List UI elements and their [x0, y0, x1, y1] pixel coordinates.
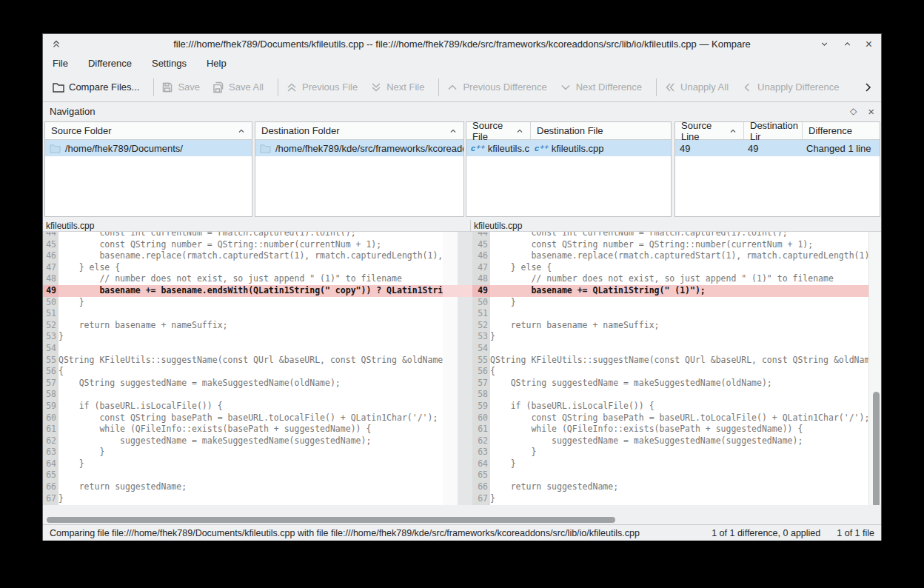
sort-ascending-icon: [449, 127, 458, 136]
destination-code-pane[interactable]: const int currentNum = rmatch.captured(1…: [490, 232, 868, 505]
code-line: // number does not exist, so just append…: [58, 273, 443, 285]
destination-folder-header[interactable]: Destination Folder: [255, 122, 463, 140]
source-line-value: 49: [675, 140, 743, 156]
code-line: [58, 308, 443, 320]
menu-help[interactable]: Help: [207, 58, 227, 69]
chevron-left-icon: [741, 81, 753, 93]
code-line: const QString basePath = baseURL.toLocal…: [490, 412, 868, 424]
code-line: }: [490, 458, 868, 470]
diff-view-filler: [43, 505, 881, 515]
source-folder-row[interactable]: /home/fhek789/Documents/: [45, 140, 252, 156]
line-number: 48: [43, 273, 58, 285]
close-icon[interactable]: ×: [866, 39, 872, 49]
difference-value: Changed 1 line: [802, 140, 880, 156]
dock-float-icon[interactable]: ◇: [850, 106, 857, 116]
code-line: QString KFileUtils::suggestName(const QU…: [58, 355, 443, 367]
code-line: if (baseURL.isLocalFile()) {: [58, 401, 443, 412]
toolbar-button-label: Next Difference: [576, 81, 642, 93]
code-line: if (baseURL.isLocalFile()) {: [490, 401, 868, 412]
titlebar: file:///home/fhek789/Documents/kfileutil…: [43, 34, 881, 53]
code-line: return suggestedName;: [58, 481, 443, 493]
difference-column-header[interactable]: Difference: [803, 122, 880, 139]
toolbar-button-label: Save: [178, 81, 200, 93]
line-number: 65: [43, 470, 58, 481]
code-line: }: [490, 493, 868, 505]
line-number: 47: [472, 262, 490, 274]
double-chevron-left-icon: [664, 81, 676, 93]
line-number: 67: [43, 493, 58, 505]
line-number: 65: [472, 470, 490, 481]
double-chevron-up-icon: [286, 81, 298, 93]
folder-icon: [53, 82, 64, 93]
lines-row[interactable]: 49 49 Changed 1 line: [675, 140, 880, 156]
toolbar-button-label: Previous File: [302, 81, 358, 93]
line-number: 59: [43, 401, 58, 412]
horizontal-scrollbar-thumb[interactable]: [47, 517, 615, 523]
diff-view: 4445464748495051525354555657585960616263…: [43, 232, 881, 505]
code-line: QString suggestedName = makeSuggestedNam…: [490, 378, 868, 390]
line-number: 48: [472, 273, 490, 285]
code-line: }: [58, 458, 443, 470]
diff-connector-strip: [458, 232, 472, 505]
line-number: 59: [472, 401, 490, 412]
destination-folder-row[interactable]: /home/fhek789/kde/src/frameworks/kcoread…: [255, 140, 463, 156]
source-file-column-header[interactable]: Source File: [466, 122, 530, 139]
line-number: 49: [472, 285, 490, 297]
source-code-pane[interactable]: const int currentNum = rmatch.captured(1…: [58, 232, 443, 505]
navigation-dock-title: Navigation: [50, 106, 95, 117]
cpp-file-icon: c⁺⁺: [535, 144, 548, 153]
toolbar-button-next-file: Next File: [370, 81, 424, 93]
menu-file[interactable]: File: [53, 58, 68, 69]
toolbar-button-previous-file: Previous File: [286, 81, 358, 93]
save-icon: [161, 81, 173, 93]
toolbar-separator: [153, 78, 154, 96]
destination-file-column-header[interactable]: Destination File: [531, 122, 671, 139]
kompare-window: file:///home/fhek789/Documents/kfileutil…: [42, 33, 882, 541]
line-number: 66: [43, 481, 58, 493]
source-folder-path: /home/fhek789/Documents/: [65, 143, 183, 154]
destination-line-header-label: Destination Lir: [750, 121, 798, 142]
minimize-icon[interactable]: [820, 39, 829, 49]
vertical-scrollbar-thumb[interactable]: [873, 392, 880, 505]
save-all-icon: [212, 81, 224, 93]
changed-code-line[interactable]: basename += QLatin1String(" (1)");: [490, 285, 868, 297]
toolbar-separator: [656, 78, 657, 96]
source-line-column-header[interactable]: Source Line: [675, 122, 743, 139]
line-number: 46: [472, 250, 490, 262]
dock-close-icon[interactable]: ×: [868, 105, 874, 118]
difference-header-label: Difference: [808, 125, 852, 136]
menu-settings[interactable]: Settings: [152, 58, 187, 69]
line-number: 57: [472, 378, 490, 390]
menu-difference[interactable]: Difference: [88, 58, 132, 69]
horizontal-scrollbar[interactable]: [43, 515, 881, 524]
window-title: file:///home/fhek789/Documents/kfileutil…: [43, 39, 881, 50]
statusbar: Comparing file file:///home/fhek789/Docu…: [43, 524, 881, 541]
line-number: 53: [472, 331, 490, 343]
vertical-scrollbar[interactable]: [868, 232, 881, 505]
code-line: while (QFileInfo::exists(basePath + sugg…: [58, 424, 443, 435]
toolbar-button-compare-files[interactable]: Compare Files...: [53, 81, 139, 93]
line-number: 51: [43, 308, 58, 320]
code-line: return basename + nameSuffix;: [490, 320, 868, 332]
code-line: } else {: [490, 262, 868, 274]
code-line: {: [490, 366, 868, 378]
toolbar-overflow-chevron-right-icon[interactable]: [862, 81, 874, 93]
files-row[interactable]: c⁺⁺ kfileutils.c... c⁺⁺ kfileutils.cpp: [466, 140, 671, 156]
changed-code-line[interactable]: basename += basename.endsWith(QLatin1Str…: [58, 285, 443, 297]
diff-connector-band: [443, 285, 472, 297]
file-count-status: 1 of 1 file: [837, 528, 874, 538]
code-line: }: [58, 331, 443, 343]
source-folder-header-label: Source Folder: [51, 125, 112, 136]
source-folder-header[interactable]: Source Folder: [45, 122, 252, 140]
source-file-header-label: Source File: [472, 121, 515, 142]
maximize-icon[interactable]: [843, 39, 852, 49]
code-line: [490, 308, 868, 320]
code-line: [58, 389, 443, 401]
toolbar-button-label: Save All: [229, 81, 264, 93]
line-number: 47: [43, 262, 58, 274]
line-number: 63: [43, 447, 58, 458]
line-number: 51: [472, 308, 490, 320]
code-line: const QString basePath = baseURL.toLocal…: [58, 412, 443, 424]
line-number: 60: [43, 412, 58, 424]
destination-line-column-header[interactable]: Destination Lir: [744, 122, 802, 139]
